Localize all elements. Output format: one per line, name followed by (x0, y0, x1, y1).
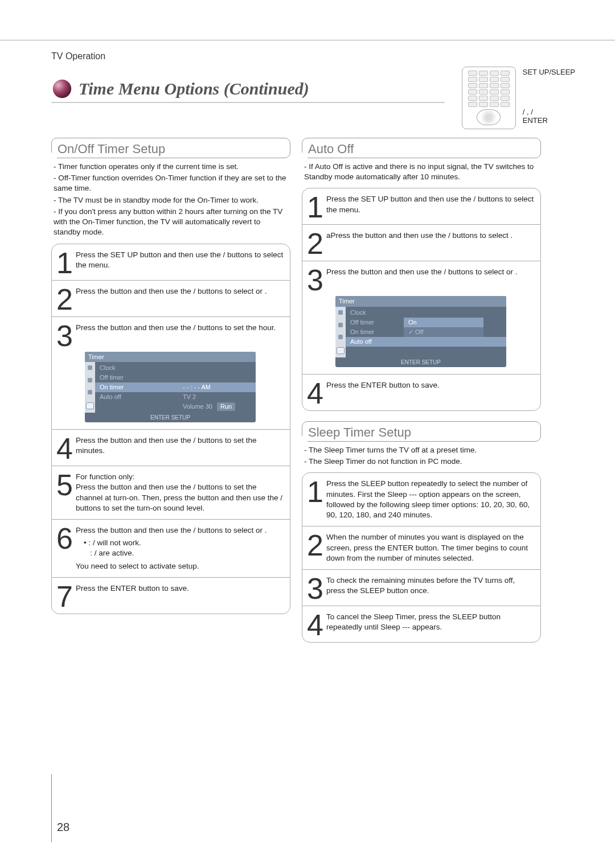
footer-rule (51, 774, 52, 842)
onoff-step-1: Press the SET UP button and then use the… (76, 250, 284, 274)
pc-icon (86, 402, 94, 409)
osd-screenshot-ontimer: Timer Clock Off timer On t (85, 352, 256, 423)
list-item: If Auto Off is active and there is no in… (304, 162, 539, 182)
list-item: Timer function operates only if the curr… (54, 162, 288, 172)
onoff-step-6: Press the button and then use the / butt… (76, 525, 284, 571)
onoff-steps: 1Press the SET UP button and then use th… (51, 244, 290, 614)
remote-label-enter: ENTER (523, 116, 575, 125)
sleep-step-2: When the number of minutes you want is d… (326, 532, 535, 563)
list-item: The Sleep Timer do not function in PC mo… (304, 456, 539, 467)
remote-diagram: SET UP/SLEEP / , / ENTER (462, 67, 575, 129)
manual-page: TV Operation Time Menu Options (Continue… (0, 0, 615, 868)
list-item: Off-Timer function overrides On-Timer fu… (54, 173, 288, 194)
onoff-step-4: Press the button and then use the / butt… (76, 435, 284, 460)
sleep-step-3: To check the remaining minutes before th… (326, 575, 535, 600)
onoff-step-5: For function only: Press the button and … (76, 472, 284, 513)
autooff-step-1: Press the SET UP button and then use the… (326, 194, 535, 219)
onoff-step-2: Press the button and then use the / butt… (76, 286, 284, 311)
autooff-step-3: Press the button and then use the / butt… (326, 267, 535, 291)
page-number: 28 (57, 821, 69, 834)
page-title-row: Time Menu Options (Continued) (51, 78, 445, 103)
sleep-step-1: Press the SLEEP button repeatedly to sel… (326, 479, 535, 520)
remote-label-setup: SET UP/SLEEP (523, 68, 575, 76)
autooff-intro-list: If Auto Off is active and there is no in… (304, 162, 539, 182)
autooff-step-4: Press the ENTER button to save. (326, 380, 535, 405)
autooff-heading: Auto Off (302, 138, 541, 158)
osd-screenshot-autooff: Timer Clock Off timer On t (335, 296, 506, 367)
sleep-step-4: To cancel the Sleep Timer, press the SLE… (326, 612, 535, 636)
left-column: On/Off Timer Setup Timer function operat… (51, 138, 290, 643)
page-title: Time Menu Options (Continued) (79, 79, 309, 98)
list-item: If you don't press any button within 2 h… (54, 207, 288, 238)
svg-point-0 (53, 80, 71, 98)
sleep-intro-list: The Sleep Timer turns the TV off at a pr… (304, 445, 539, 467)
dpad-icon (477, 109, 501, 125)
autooff-step-2: aPress the button and then use the / but… (326, 231, 535, 255)
autooff-steps: 1Press the SET UP button and then use th… (302, 188, 541, 411)
onoff-step-3: Press the button and then use the / butt… (76, 323, 284, 347)
list-item: The TV must be in standby mode for the O… (54, 195, 288, 205)
title-bullet-icon (51, 78, 73, 100)
top-divider (0, 40, 615, 40)
pc-icon (337, 347, 345, 354)
onoff-heading: On/Off Timer Setup (51, 138, 290, 158)
remote-label-arrows: / , / (523, 108, 575, 116)
onoff-step-7: Press the ENTER button to save. (76, 583, 284, 608)
sleep-steps: 1Press the SLEEP button repeatedly to se… (302, 472, 541, 643)
right-column: Auto Off If Auto Off is active and there… (302, 138, 541, 643)
section-breadcrumb: TV Operation (51, 51, 575, 61)
list-item: The Sleep Timer turns the TV off at a pr… (304, 445, 539, 455)
onoff-intro-list: Timer function operates only if the curr… (54, 162, 288, 238)
remote-outline (462, 67, 516, 129)
sleep-heading: Sleep Timer Setup (302, 421, 541, 442)
